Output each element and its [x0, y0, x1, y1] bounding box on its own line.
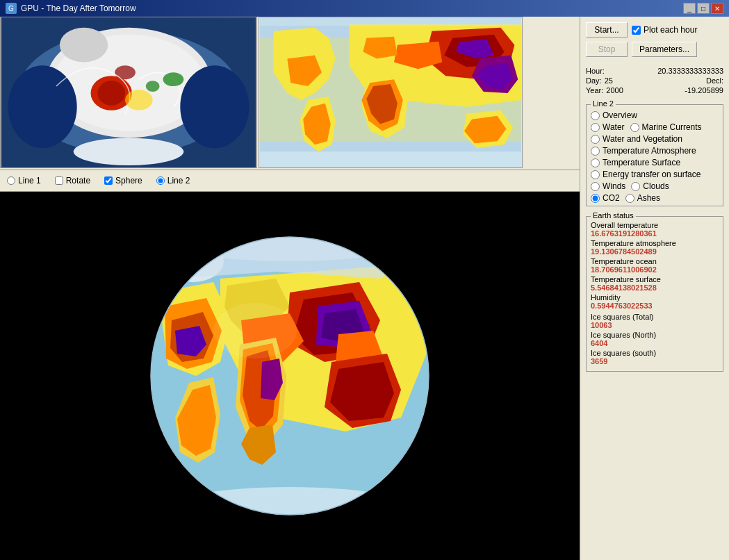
- overall-temp-label: Overall temperature: [591, 221, 719, 229]
- right-panel: Start... Plot each hour Stop Parameters.…: [580, 17, 729, 560]
- humidity-label: Humidity: [591, 293, 719, 302]
- svg-rect-16: [260, 151, 522, 167]
- left-panel: Line 1 Rotate Sphere Line 2: [0, 17, 580, 560]
- line1-radio[interactable]: Line 1: [7, 176, 41, 186]
- line2-radio-input[interactable]: [156, 176, 165, 185]
- svg-point-9: [115, 65, 136, 79]
- plot-each-hour-label[interactable]: Plot each hour: [632, 25, 697, 35]
- svg-point-4: [60, 28, 108, 63]
- line2-options: Overview Water Marine Currents Water and…: [591, 110, 719, 203]
- svg-point-25: [213, 303, 297, 359]
- option-energy[interactable]: Energy transfer on surface: [591, 170, 719, 179]
- app-icon: G: [6, 3, 17, 14]
- svg-point-11: [146, 81, 160, 92]
- line2-section: Line 2 Overview Water Marine Currents: [586, 104, 723, 206]
- humidity-value: 0.5944763022533: [591, 302, 719, 310]
- line2-section-title: Line 2: [591, 99, 616, 108]
- overall-temp-value: 16.6763191280361: [591, 229, 719, 238]
- hour-label: Hour:: [586, 67, 605, 75]
- temp-ocean-item: Temperature ocean 18.7069611006902: [591, 257, 719, 274]
- map-view-right: [259, 17, 523, 168]
- parameters-button[interactable]: Parameters...: [632, 42, 697, 57]
- overall-temp-item: Overall temperature 16.6763191280361: [591, 221, 719, 238]
- rotate-checkbox-input[interactable]: [55, 176, 63, 185]
- decl-value: -19.205899: [685, 86, 723, 94]
- temp-atm-value: 19.1306784502489: [591, 247, 719, 256]
- ice-total-value: 10063: [591, 321, 719, 329]
- co2-ashes-row: CO2 Ashes: [591, 193, 719, 203]
- ice-north-label: Ice squares (North): [591, 331, 719, 339]
- winds-radio[interactable]: [591, 182, 600, 191]
- ice-total-item: Ice squares (Total) 10063: [591, 313, 719, 329]
- temp-atm-radio[interactable]: [591, 147, 600, 156]
- earth-status-section: Earth status Overall temperature 16.6763…: [586, 216, 723, 372]
- option-water-veg[interactable]: Water and Vegetation: [591, 134, 719, 144]
- option-co2[interactable]: CO2: [591, 193, 620, 203]
- svg-point-6: [180, 65, 249, 148]
- year-label: Year:: [586, 86, 603, 94]
- svg-point-12: [125, 90, 153, 110]
- title-bar: G GPU - The Day After Tomorrow _ □ ✕: [0, 0, 729, 17]
- marine-radio[interactable]: [630, 123, 639, 132]
- energy-radio[interactable]: [591, 170, 600, 179]
- temp-ocean-label: Temperature ocean: [591, 257, 719, 265]
- earth-status-title: Earth status: [591, 211, 636, 220]
- stop-params-row: Stop Parameters...: [586, 42, 723, 57]
- decl-label: Decl:: [706, 76, 723, 85]
- co2-radio[interactable]: [591, 194, 600, 203]
- top-views: [0, 17, 580, 170]
- overview-radio[interactable]: [591, 111, 600, 120]
- info-section: Hour: 20.3333333333333 Day: 25 Decl: Yea…: [586, 67, 723, 94]
- plot-each-hour-checkbox[interactable]: [632, 26, 641, 35]
- svg-point-10: [163, 72, 184, 86]
- option-water[interactable]: Water: [591, 122, 625, 132]
- button-row: Start... Plot each hour: [586, 22, 723, 38]
- temp-surface-item: Temperature surface 5.54684138021528: [591, 275, 719, 292]
- clouds-radio[interactable]: [631, 182, 640, 191]
- option-temp-atm[interactable]: Temperature Atmosphere: [591, 146, 719, 156]
- temp-atm-item: Temperature atmosphere 19.1306784502489: [591, 239, 719, 256]
- maximize-button[interactable]: □: [697, 3, 710, 14]
- ice-north-value: 6404: [591, 339, 719, 347]
- close-button[interactable]: ✕: [711, 3, 723, 14]
- ice-south-value: 3659: [591, 357, 719, 365]
- temp-surf-radio[interactable]: [591, 158, 600, 167]
- option-overview[interactable]: Overview: [591, 110, 719, 120]
- sphere-checkbox[interactable]: Sphere: [104, 176, 142, 186]
- temp-surface-value: 5.54684138021528: [591, 283, 719, 292]
- humidity-item: Humidity 0.5944763022533: [591, 293, 719, 310]
- water-veg-radio[interactable]: [591, 135, 600, 144]
- ice-total-label: Ice squares (Total): [591, 313, 719, 321]
- svg-point-13: [74, 138, 184, 165]
- temp-surface-label: Temperature surface: [591, 275, 719, 283]
- ashes-radio[interactable]: [625, 194, 634, 203]
- hour-value: 20.3333333333333: [657, 67, 723, 75]
- svg-point-8: [97, 81, 125, 106]
- temp-ocean-value: 18.7069611006902: [591, 265, 719, 274]
- ice-north-item: Ice squares (North) 6404: [591, 331, 719, 347]
- start-button[interactable]: Start...: [586, 22, 628, 38]
- water-marine-row: Water Marine Currents: [591, 122, 719, 132]
- ice-south-item: Ice squares (south) 3659: [591, 349, 719, 365]
- line1-radio-input[interactable]: [7, 176, 15, 185]
- line2-radio[interactable]: Line 2: [156, 176, 190, 186]
- ice-section: Ice squares (Total) 10063 Ice squares (N…: [591, 313, 719, 365]
- year-value: 2000: [606, 86, 623, 94]
- option-ashes[interactable]: Ashes: [625, 193, 660, 203]
- minimize-button[interactable]: _: [683, 3, 696, 14]
- svg-rect-17: [260, 17, 522, 26]
- day-label: Day:: [586, 76, 602, 85]
- option-clouds[interactable]: Clouds: [631, 181, 669, 191]
- rotate-checkbox[interactable]: Rotate: [55, 176, 90, 186]
- option-temp-surf[interactable]: Temperature Surface: [591, 158, 719, 167]
- ice-south-label: Ice squares (south): [591, 349, 719, 357]
- map-view-left: [0, 17, 257, 168]
- temp-atm-label: Temperature atmosphere: [591, 239, 719, 247]
- globe-view: [0, 192, 580, 560]
- option-winds[interactable]: Winds: [591, 181, 625, 191]
- winds-clouds-row: Winds Clouds: [591, 181, 719, 191]
- option-marine[interactable]: Marine Currents: [630, 122, 702, 132]
- water-radio[interactable]: [591, 123, 600, 132]
- sphere-checkbox-input[interactable]: [104, 176, 113, 185]
- stop-button[interactable]: Stop: [586, 42, 628, 57]
